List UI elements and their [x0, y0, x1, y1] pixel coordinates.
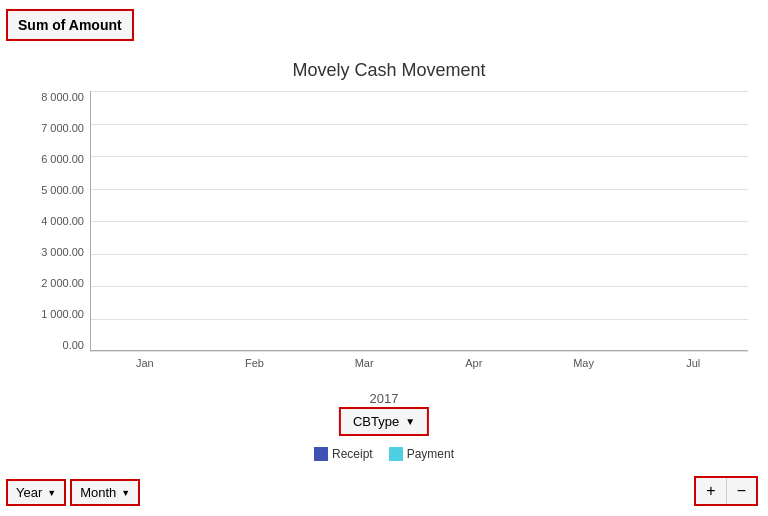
bottom-controls: Year ▼ Month ▼: [6, 479, 140, 506]
y-axis-label: 1 000.00: [41, 308, 84, 320]
year-arrow: ▼: [47, 488, 56, 498]
month-arrow: ▼: [121, 488, 130, 498]
x-axis-label: Jul: [638, 351, 748, 381]
year-filter-button[interactable]: Year ▼: [6, 479, 66, 506]
zoom-in-button[interactable]: +: [696, 478, 726, 504]
year-label: 2017: [370, 391, 399, 406]
month-filter-button[interactable]: Month ▼: [70, 479, 140, 506]
payment-color-swatch: [389, 447, 403, 461]
chart-container: 8 000.007 000.006 000.005 000.004 000.00…: [30, 91, 748, 381]
zoom-out-button[interactable]: −: [727, 478, 756, 504]
x-axis-label: Feb: [200, 351, 310, 381]
y-axis-label: 4 000.00: [41, 215, 84, 227]
bars-area: [90, 91, 748, 351]
zoom-out-icon: −: [737, 482, 746, 499]
zoom-buttons: + −: [694, 476, 758, 506]
y-axis-label: 5 000.00: [41, 184, 84, 196]
legend-receipt: Receipt: [314, 447, 373, 461]
x-axis: JanFebMarAprMayJul: [90, 351, 748, 381]
y-axis-label: 6 000.00: [41, 153, 84, 165]
chart-title: Movely Cash Movement: [30, 60, 748, 81]
chart-area: Movely Cash Movement 8 000.007 000.006 0…: [30, 60, 748, 386]
y-axis: 8 000.007 000.006 000.005 000.004 000.00…: [30, 91, 90, 351]
receipt-color-swatch: [314, 447, 328, 461]
cbtype-label: CBType: [353, 414, 399, 429]
zoom-in-icon: +: [706, 482, 715, 499]
x-axis-label: May: [529, 351, 639, 381]
x-axis-label: Jan: [90, 351, 200, 381]
y-axis-label: 0.00: [63, 339, 84, 351]
sum-of-amount-label: Sum of Amount: [18, 17, 122, 33]
x-axis-label: Mar: [309, 351, 419, 381]
receipt-label: Receipt: [332, 447, 373, 461]
payment-label: Payment: [407, 447, 454, 461]
cbtype-area: CBType ▼: [339, 407, 429, 436]
sum-of-amount-button[interactable]: Sum of Amount: [6, 9, 134, 41]
month-label-text: Month: [80, 485, 116, 500]
y-axis-label: 7 000.00: [41, 122, 84, 134]
legend: Receipt Payment: [314, 447, 454, 461]
y-axis-label: 2 000.00: [41, 277, 84, 289]
cbtype-arrow: ▼: [405, 416, 415, 427]
y-axis-label: 8 000.00: [41, 91, 84, 103]
year-label-text: Year: [16, 485, 42, 500]
y-axis-label: 3 000.00: [41, 246, 84, 258]
cbtype-button[interactable]: CBType ▼: [339, 407, 429, 436]
x-axis-label: Apr: [419, 351, 529, 381]
legend-payment: Payment: [389, 447, 454, 461]
